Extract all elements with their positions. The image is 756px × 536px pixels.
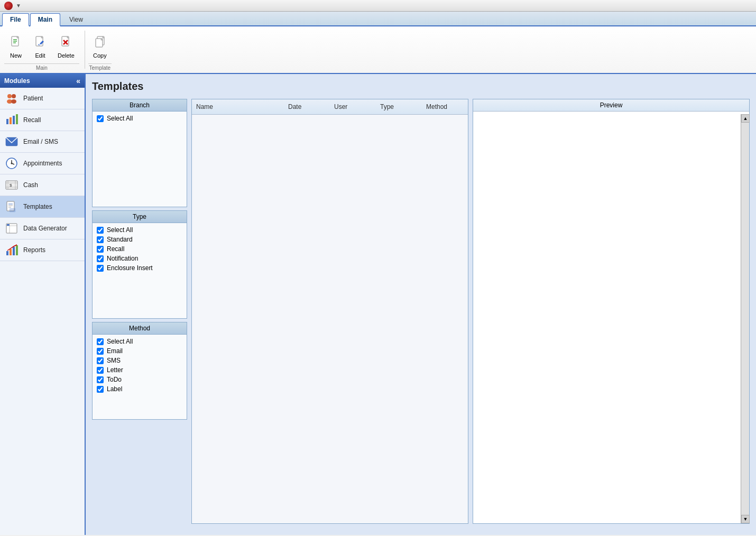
- ribbon-template-buttons: Copy: [88, 33, 112, 61]
- svg-point-17: [7, 94, 12, 98]
- page-title: Templates: [92, 80, 750, 93]
- tab-file[interactable]: File: [2, 13, 29, 26]
- col-method: Method: [422, 101, 468, 112]
- method-label-checkbox[interactable]: [97, 386, 104, 393]
- type-notification-checkbox[interactable]: [97, 255, 104, 262]
- title-bar: ▼: [0, 0, 756, 12]
- method-label-item[interactable]: Label: [97, 385, 182, 393]
- table-body: [192, 115, 468, 523]
- method-todo-label: ToDo: [107, 376, 122, 383]
- sidebar-item-data-generator-label: Data Generator: [23, 225, 67, 232]
- type-enclosure-item[interactable]: Enclosure Insert: [97, 264, 182, 272]
- branch-body: Select All: [93, 112, 187, 207]
- type-notification-item[interactable]: Notification: [97, 255, 182, 262]
- type-enclosure-label: Enclosure Insert: [107, 264, 153, 272]
- ribbon-group-main: New Edit: [4, 33, 79, 71]
- templates-content: Branch Select All Type: [92, 99, 750, 524]
- sidebar-item-recall-label: Recall: [23, 116, 41, 124]
- preview-scrollbar: ▲ ▼: [741, 114, 749, 523]
- col-type: Type: [376, 101, 422, 112]
- data-table: Name Date User Type Method: [191, 99, 468, 524]
- branch-select-all-checkbox[interactable]: [97, 115, 104, 122]
- method-email-item[interactable]: Email: [97, 347, 182, 355]
- sidebar-item-email-sms[interactable]: Email / SMS: [0, 131, 85, 153]
- sidebar-item-patient[interactable]: Patient: [0, 88, 85, 109]
- preview-content: [473, 112, 749, 521]
- scroll-down-arrow[interactable]: ▼: [741, 515, 750, 523]
- sidebar-item-templates-label: Templates: [23, 203, 52, 210]
- type-recall-label: Recall: [107, 245, 124, 253]
- method-sms-checkbox[interactable]: [97, 357, 104, 364]
- method-sms-item[interactable]: SMS: [97, 357, 182, 364]
- method-todo-checkbox[interactable]: [97, 376, 104, 383]
- type-body: Select All Standard Recall: [93, 223, 187, 318]
- copy-icon: [94, 35, 106, 51]
- tab-view[interactable]: View: [61, 13, 91, 25]
- method-letter-checkbox[interactable]: [97, 367, 104, 374]
- type-recall-checkbox[interactable]: [97, 246, 104, 253]
- sidebar-item-appointments-label: Appointments: [23, 160, 62, 167]
- cash-icon: $: [4, 178, 19, 192]
- type-select-all-checkbox[interactable]: [97, 227, 104, 234]
- method-sms-label: SMS: [107, 357, 121, 364]
- sidebar-item-cash[interactable]: $ Cash: [0, 174, 85, 196]
- sidebar-item-appointments[interactable]: Appointments: [0, 153, 85, 174]
- method-select-all-item[interactable]: Select All: [97, 338, 182, 345]
- method-todo-item[interactable]: ToDo: [97, 376, 182, 383]
- sidebar: Modules « Patient: [0, 74, 86, 535]
- type-header: Type: [93, 211, 187, 223]
- method-email-checkbox[interactable]: [97, 348, 104, 355]
- svg-rect-40: [10, 208, 15, 212]
- branch-select-all-item[interactable]: Select All: [97, 115, 182, 122]
- sidebar-item-reports-label: Reports: [23, 246, 45, 254]
- sidebar-title: Modules: [4, 77, 30, 85]
- svg-rect-46: [10, 249, 12, 255]
- branch-header: Branch: [93, 99, 187, 112]
- col-date: Date: [284, 101, 330, 112]
- svg-rect-47: [13, 247, 15, 255]
- type-standard-item[interactable]: Standard: [97, 236, 182, 243]
- appointments-icon: [4, 156, 19, 171]
- app-icon: [4, 2, 13, 10]
- type-filter: Type Select All Standard: [92, 210, 187, 319]
- svg-rect-45: [6, 251, 8, 255]
- sidebar-item-templates[interactable]: Templates: [0, 196, 85, 218]
- recall-icon: [4, 113, 19, 127]
- edit-button[interactable]: Edit: [29, 33, 52, 61]
- svg-rect-24: [16, 114, 18, 124]
- content-area: Templates Branch Select All: [86, 74, 756, 535]
- method-header: Method: [93, 322, 187, 335]
- copy-button[interactable]: Copy: [88, 33, 112, 61]
- type-enclosure-checkbox[interactable]: [97, 265, 104, 272]
- type-standard-label: Standard: [107, 236, 133, 243]
- filter-panel: Branch Select All Type: [92, 99, 187, 524]
- delete-button[interactable]: Delete: [53, 33, 79, 61]
- app-body: Modules « Patient: [0, 74, 756, 535]
- new-button[interactable]: New: [4, 33, 27, 61]
- sidebar-item-reports[interactable]: Reports: [0, 239, 85, 261]
- table-preview-area: Name Date User Type Method Preview: [191, 99, 750, 524]
- type-recall-item[interactable]: Recall: [97, 245, 182, 253]
- svg-text:$: $: [10, 183, 12, 188]
- table-header: Name Date User Type Method: [192, 99, 468, 115]
- scroll-up-arrow[interactable]: ▲: [741, 114, 750, 123]
- sidebar-item-recall[interactable]: Recall: [0, 109, 85, 131]
- data-generator-icon: [4, 221, 19, 236]
- col-name: Name: [192, 101, 284, 112]
- copy-label: Copy: [93, 52, 107, 59]
- type-standard-checkbox[interactable]: [97, 236, 104, 243]
- method-label-label: Label: [107, 385, 122, 393]
- svg-rect-44: [7, 224, 10, 226]
- sidebar-collapse-button[interactable]: «: [76, 77, 80, 85]
- method-select-all-checkbox[interactable]: [97, 338, 104, 345]
- type-notification-label: Notification: [107, 255, 138, 262]
- tab-main[interactable]: Main: [30, 13, 60, 26]
- sidebar-item-patient-label: Patient: [23, 95, 43, 102]
- sidebar-item-data-generator[interactable]: Data Generator: [0, 218, 85, 239]
- templates-icon: [4, 199, 19, 214]
- type-select-all-item[interactable]: Select All: [97, 226, 182, 234]
- new-label: New: [10, 52, 22, 59]
- edit-label: Edit: [35, 52, 45, 59]
- method-letter-item[interactable]: Letter: [97, 366, 182, 374]
- template-group-label: Template: [88, 63, 112, 71]
